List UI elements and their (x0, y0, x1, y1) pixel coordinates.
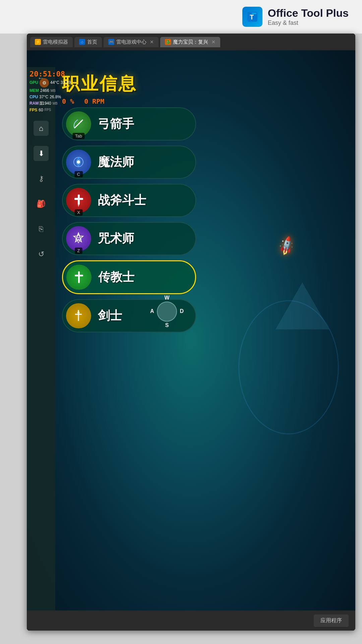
svg-text:T: T (250, 13, 254, 21)
priest-icon (66, 265, 92, 290)
home-icon[interactable]: ⌂ (34, 121, 49, 136)
bottom-bar: 应用程序 (27, 610, 355, 631)
left-sidebar: ← ≡ ⌂ ⬇ ⚷ 🎒 ⎘ ↺ ⚙ 关于 (27, 67, 55, 631)
warrior-icon-wrap: X (66, 188, 91, 213)
tab-emulator-label: 雷电模拟器 (43, 39, 68, 45)
job-list: Tab 弓箭手 C 魔法师 (55, 104, 203, 336)
stat-ram-value: 11940 (40, 100, 51, 107)
wasd-s-key: S (165, 322, 169, 328)
stat-cpu-row: CPU 37°C 26.8% (29, 94, 91, 100)
stat-ram-label: RAM (29, 100, 39, 107)
emulator-window: ⚡ 雷电模拟器 ⌂ 首页 🎮 雷电游戏中心 ✕ 🐉 魔力宝贝：复兴 ✕ 🚀 20… (27, 34, 355, 631)
stat-mem-label: MEM (29, 88, 39, 94)
stat-mem-row: MEM 2466 MB (29, 88, 91, 94)
wasd-d-key: D (180, 308, 184, 314)
stat-time: 20:51:08 (29, 70, 91, 78)
tab-home-icon: ⌂ (79, 39, 85, 45)
cursemage-icon-wrap: Z (66, 226, 91, 251)
svg-point-6 (77, 160, 80, 164)
mage-name: 魔法师 (98, 154, 134, 170)
stat-gpu-row: GPU ⚙ 44°C 33 29 (29, 78, 91, 88)
stat-fps-value: 60 (39, 107, 43, 113)
wasd-w-key: W (164, 295, 169, 301)
svg-rect-8 (74, 198, 83, 200)
stat-cpu-temp: 37°C (39, 94, 48, 100)
stat-ram-row: RAM 11940 MB (29, 100, 91, 107)
key-icon[interactable]: ⚷ (34, 171, 49, 186)
top-bar: T Office Tool Plus Easy & fast (0, 0, 362, 34)
job-button-warrior[interactable]: X 战斧斗士 (62, 184, 196, 217)
tab-gamecenter-label: 雷电游戏中心 (116, 39, 146, 45)
warrior-key-badge: X (74, 209, 83, 216)
svg-marker-16 (77, 310, 80, 313)
office-logo-icon: T (242, 7, 262, 27)
stat-gpu-load2: 29 (66, 79, 71, 86)
svg-rect-13 (75, 275, 83, 276)
svg-rect-12 (78, 271, 80, 283)
wasd-a-key: A (150, 308, 154, 314)
office-title-block: Office Tool Plus Easy & fast (268, 7, 349, 26)
archer-key-badge: Tab (72, 133, 85, 139)
cursemage-name: 咒术师 (98, 230, 134, 247)
export-icon[interactable]: ↺ (34, 247, 49, 262)
copy-icon[interactable]: ⎘ (34, 221, 49, 236)
office-subtitle: Easy & fast (268, 19, 349, 26)
svg-rect-2 (252, 13, 256, 14)
job-button-swordsman[interactable]: 剑士 W A D S (62, 299, 196, 332)
priest-icon-wrap (66, 265, 92, 290)
stat-gpu-icon: ⚙ (40, 78, 49, 88)
tab-gamecenter-close[interactable]: ✕ (150, 39, 154, 45)
stat-cpu-load: 26.8% (50, 94, 61, 100)
tab-emulator[interactable]: ⚡ 雷电模拟器 (30, 37, 73, 47)
cursemage-key-badge: Z (75, 248, 83, 254)
tab-game-label: 魔力宝贝：复兴 (173, 39, 208, 45)
priest-name: 传教士 (98, 269, 134, 285)
bag-icon[interactable]: 🎒 (34, 196, 49, 211)
stat-fps-row: FPS 60 FPS (29, 107, 91, 113)
stat-gpu-load: 33 (61, 79, 65, 86)
mage-key-badge: C (74, 171, 83, 177)
stat-ram-unit: MB (53, 101, 58, 106)
import-icon[interactable]: ⬇ (34, 146, 49, 161)
office-title: Office Tool Plus (268, 7, 349, 19)
app-button[interactable]: 应用程序 (314, 614, 349, 627)
stats-overlay: 20:51:08 GPU ⚙ 44°C 33 29 MEM 2466 MB CP… (27, 67, 94, 116)
emulator-titlebar: ⚡ 雷电模拟器 ⌂ 首页 🎮 雷电游戏中心 ✕ 🐉 魔力宝贝：复兴 ✕ (27, 34, 355, 50)
stat-gpu-temp: 44°C (50, 79, 59, 86)
job-button-cursemage[interactable]: Z 咒术师 (62, 222, 196, 255)
warrior-name: 战斧斗士 (98, 192, 146, 209)
tab-game-icon: 🐉 (165, 39, 171, 45)
tab-gamecenter[interactable]: 🎮 雷电游戏中心 ✕ (104, 37, 159, 47)
tab-game[interactable]: 🐉 魔力宝贝：复兴 ✕ (160, 37, 220, 47)
job-button-priest[interactable]: 传教士 (62, 260, 196, 294)
stat-mem-unit: MB (51, 88, 56, 94)
swordsman-name: 剑士 (98, 308, 122, 324)
game-area: 🚀 20:51:08 GPU ⚙ 44°C 33 29 MEM 2466 MB … (27, 50, 355, 631)
wasd-control[interactable]: W A D S (148, 293, 185, 330)
tab-emulator-icon: ⚡ (35, 39, 41, 45)
swordsman-icon-wrap (66, 303, 91, 328)
stat-fps-label: FPS (29, 107, 37, 113)
tab-home-label: 首页 (87, 39, 97, 45)
arrow-sprite: 🚀 (276, 235, 298, 257)
tab-home[interactable]: ⌂ 首页 (74, 37, 102, 47)
stat-gpu-label: GPU (29, 79, 38, 86)
tab-game-close[interactable]: ✕ (212, 39, 216, 45)
stat-mem-value: 2466 (40, 88, 49, 94)
wasd-circle (157, 302, 177, 322)
tab-gamecenter-icon: 🎮 (108, 39, 114, 45)
stat-cpu-label: CPU (29, 94, 38, 100)
job-button-mage[interactable]: C 魔法师 (62, 146, 196, 179)
stat-fps-unit: FPS (45, 107, 51, 113)
bg-decoration-triangle (276, 282, 329, 329)
archer-name: 弓箭手 (98, 116, 134, 132)
mage-icon-wrap: C (66, 150, 91, 175)
swordsman-icon (66, 303, 91, 328)
